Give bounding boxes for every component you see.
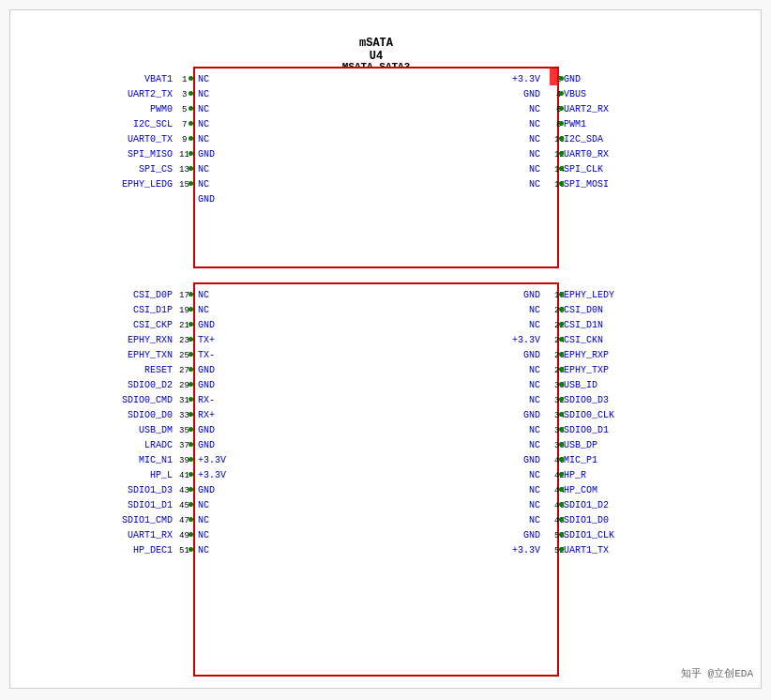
pin-num-19: 19 xyxy=(179,306,189,315)
dot-26 xyxy=(559,352,564,357)
net-nc-9: NC xyxy=(198,134,209,145)
net-nc-17: NC xyxy=(198,290,209,300)
dot-7 xyxy=(189,121,193,126)
net-nc-8: NC xyxy=(529,119,540,129)
dot-1 xyxy=(189,76,193,81)
net-nc-22: NC xyxy=(529,320,540,330)
dot-21 xyxy=(189,322,193,327)
net-nc-13: NC xyxy=(198,164,209,175)
dot-11 xyxy=(189,151,193,156)
dot-34 xyxy=(559,412,564,417)
pin-label-ephyrxp: EPHY_RXP xyxy=(564,350,609,360)
dot-50 xyxy=(559,532,564,537)
net-gnd-27: GND xyxy=(198,365,215,375)
dot-20 xyxy=(559,307,564,312)
pin-label-ephytxp: EPHY_TXP xyxy=(564,365,609,375)
dot-46 xyxy=(559,502,564,507)
net-txp-23: TX+ xyxy=(198,335,215,345)
dot-28 xyxy=(559,367,564,372)
dot-6 xyxy=(559,106,564,111)
net-gnd-34: GND xyxy=(523,410,540,420)
pin-label-hpdec1: HP_DEC1 xyxy=(133,545,173,555)
net-nc-6: NC xyxy=(529,104,540,114)
pin-num-39: 39 xyxy=(179,456,189,465)
net-gnd-37: GND xyxy=(198,440,215,450)
pin-label-sdio0d0: SDIO0_D0 xyxy=(128,410,173,420)
pin-label-usbdm: USB_DM xyxy=(139,425,173,435)
net-gnd-21: GND xyxy=(198,320,215,330)
top-component-box xyxy=(193,67,559,268)
pin-label-csickp: CSI_CKP xyxy=(133,320,173,330)
pin-label-ephytxn: EPHY_TXN xyxy=(128,350,173,360)
pin-num-49: 49 xyxy=(179,531,189,540)
dot-38 xyxy=(559,442,564,447)
dot-13 xyxy=(189,166,193,171)
pin-num-43: 43 xyxy=(179,486,189,495)
net-nc-16: NC xyxy=(529,179,540,190)
dot-41 xyxy=(189,472,193,477)
dot-39 xyxy=(189,457,193,462)
net-nc-14: NC xyxy=(529,164,540,175)
dot-19 xyxy=(189,307,193,312)
net-rxp-33: RX+ xyxy=(198,410,215,420)
dot-48 xyxy=(559,517,564,522)
pin-label-sdio1d2: SDIO1_D2 xyxy=(564,500,609,510)
dot-15 xyxy=(189,181,193,186)
net-nc-10: NC xyxy=(529,134,540,145)
net-nc-20: NC xyxy=(529,305,540,315)
net-gnd-40: GND xyxy=(523,455,540,465)
pin-label-micp1: MIC_P1 xyxy=(564,455,597,465)
net-nc-32: NC xyxy=(529,395,540,405)
net-nc-45: NC xyxy=(198,500,209,510)
net-rxm-31: RX- xyxy=(198,395,215,405)
dot-3 xyxy=(189,91,193,96)
pin-num-7: 7 xyxy=(182,120,187,129)
dot-16 xyxy=(559,181,564,186)
pin-num-25: 25 xyxy=(179,351,189,360)
pin-label-vbat1: VBAT1 xyxy=(144,74,173,84)
pin-label-pwm1: PWM1 xyxy=(564,119,586,129)
net-gnd-bot-left: GND xyxy=(198,194,215,205)
pin-label-uart0rx: UART0_RX xyxy=(564,149,609,160)
pin-num-35: 35 xyxy=(179,426,189,435)
pin-label-pwm0: PWM0 xyxy=(150,104,173,114)
bottom-component-box xyxy=(193,282,559,677)
dot-25 xyxy=(189,352,193,357)
pin-label-uart2rx: UART2_RX xyxy=(564,104,609,114)
net-gnd-26: GND xyxy=(523,350,540,360)
dot-33 xyxy=(189,412,193,417)
pin-label-usbid: USB_ID xyxy=(564,380,597,390)
pin-label-sdio0cmd: SDIO0_CMD xyxy=(122,395,173,405)
pin-label-sdio1d0: SDIO1_D0 xyxy=(564,515,609,525)
pin-num-9: 9 xyxy=(182,135,187,145)
net-nc-47: NC xyxy=(198,515,209,525)
pin-num-31: 31 xyxy=(179,396,189,405)
pin-label-csid0p: CSI_D0P xyxy=(133,290,173,300)
dot-37 xyxy=(189,442,193,447)
pin-num-11: 11 xyxy=(179,150,189,160)
dot-8 xyxy=(559,121,564,126)
dot-47 xyxy=(189,517,193,522)
pin-num-47: 47 xyxy=(179,516,189,525)
net-gnd-11: GND xyxy=(198,149,215,160)
pin-label-vbus: VBUS xyxy=(564,89,586,99)
net-nc-44: NC xyxy=(529,485,540,495)
pin-label-sdio1cmd: SDIO1_CMD xyxy=(122,515,173,525)
net-nc-30: NC xyxy=(529,380,540,390)
pin-label-sdio1d3: SDIO1_D3 xyxy=(128,485,173,495)
dot-42 xyxy=(559,472,564,477)
dot-12 xyxy=(559,151,564,156)
net-gnd-18: GND xyxy=(523,290,540,300)
pin-label-spics: SPI_CS xyxy=(139,164,173,175)
dot-22 xyxy=(559,322,564,327)
watermark: 知乎 @立创EDA xyxy=(681,666,753,680)
pin-label-spiclk: SPI_CLK xyxy=(564,164,603,175)
dot-10 xyxy=(559,136,564,141)
dot-51 xyxy=(189,547,193,552)
net-nc-3: NC xyxy=(198,89,209,99)
dot-36 xyxy=(559,427,564,432)
pin-label-csid1p: CSI_D1P xyxy=(133,305,173,315)
pin-num-51: 51 xyxy=(179,546,189,555)
net-gnd-4: GND xyxy=(523,89,540,99)
net-33v-2: +3.3V xyxy=(512,74,540,84)
